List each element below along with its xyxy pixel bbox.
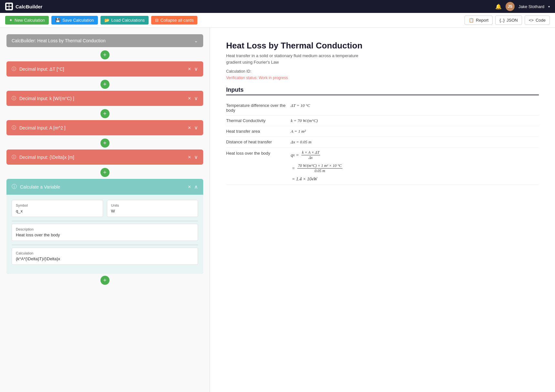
- collapse-icon: ⊟: [155, 18, 159, 23]
- fraction-2: 70 W/(m°C) × 1 m² × 10 °C 0.05 m: [297, 163, 342, 173]
- report-button[interactable]: 📋 Report: [465, 15, 493, 25]
- logo: CalcBuilder: [5, 3, 42, 10]
- app-name: CalcBuilder: [16, 4, 42, 9]
- json-button[interactable]: {..} JSON: [495, 15, 522, 25]
- calc-fields-row-1: Symbol q_x Units W: [12, 200, 198, 217]
- close-icon-2[interactable]: ×: [188, 125, 191, 131]
- table-row: Thermal Conductivity k = 70 W/(m°C): [226, 116, 539, 126]
- toolbar-left: ✦ New Calculation 💾 Save Calculation 📂 L…: [5, 16, 197, 25]
- chevron-up-icon-calc[interactable]: ∧: [194, 184, 198, 190]
- input-label-2: Heat transfer area: [226, 126, 291, 137]
- symbol-value: q_x: [16, 209, 99, 213]
- chevron-icon-2[interactable]: ∨: [194, 125, 198, 131]
- add-btn-container-1: +: [6, 78, 203, 91]
- add-btn-container-4: +: [6, 166, 203, 179]
- input-formula-4: qx = k × A × ΔT Δx = 70 W/(m°C): [291, 148, 539, 185]
- chevron-icon-3[interactable]: ∨: [194, 154, 198, 160]
- nav-right: 🔔 JS Jake Stothard ▾: [495, 2, 550, 11]
- symbol-field[interactable]: Symbol q_x: [12, 200, 103, 217]
- formula-line-2: = 70 W/(m°C) × 1 m² × 10 °C 0.05 m: [291, 163, 535, 173]
- info-icon-1[interactable]: ⓘ: [12, 96, 16, 101]
- input-card-3-right: × ∨: [188, 154, 198, 160]
- table-row: Distance of heat transfer Δx = 0.05 m: [226, 137, 539, 148]
- report-subtitle: Heat transfer in a solid or stationary f…: [226, 53, 539, 65]
- table-row: Heat transfer area A = 1 m²: [226, 126, 539, 137]
- title-card-chevron[interactable]: ⌄: [194, 38, 198, 43]
- table-row: Temperature difference over the body ΔT …: [226, 100, 539, 116]
- add-button-3[interactable]: +: [100, 139, 110, 148]
- input-card-2-text: Decimal Input: A [m^2 ]: [19, 125, 66, 130]
- info-icon-calc[interactable]: ⓘ: [12, 183, 17, 190]
- collapse-all-button[interactable]: ⊟ Collapse all cards: [151, 16, 198, 25]
- input-card-2: ⓘ Decimal Input: A [m^2 ] × ∨: [6, 120, 203, 135]
- add-button-0[interactable]: +: [100, 50, 110, 59]
- load-calculations-button[interactable]: 📂 Load Calculations: [100, 16, 149, 25]
- input-card-3-left: ⓘ Decimal Input: {\Delta}x [m]: [12, 154, 74, 160]
- input-formula-3: Δx = 0.05 m: [291, 137, 539, 148]
- input-card-2-right: × ∨: [188, 125, 198, 131]
- description-label: Description: [16, 227, 194, 231]
- input-card-0: ⓘ Decimal Input: ΔT [°C] × ∨: [6, 61, 203, 77]
- input-formula-1: k = 70 W/(m°C): [291, 116, 539, 126]
- user-menu-chevron[interactable]: ▾: [548, 5, 550, 8]
- table-row: Heat loss over the body qx = k × A × ΔT …: [226, 148, 539, 185]
- input-card-3-text: Decimal Input: {\Delta}x [m]: [19, 155, 74, 160]
- info-icon-2[interactable]: ⓘ: [12, 125, 16, 131]
- calculation-field[interactable]: Calculation (k*A*{\Delta}T)/{\Delta}x: [12, 248, 198, 265]
- inputs-section-title: Inputs: [226, 87, 539, 95]
- input-card-1-right: × ∨: [188, 95, 198, 101]
- load-icon: 📂: [104, 18, 110, 23]
- input-card-1: ⓘ Decimal Input: k [W/(m°C) ] × ∨: [6, 91, 203, 106]
- bell-icon: 🔔: [495, 4, 502, 9]
- add-button-2[interactable]: +: [100, 109, 110, 118]
- svg-rect-2: [6, 7, 9, 9]
- calculate-card: ⓘ Calculate a Variable × ∧ Symbol q_x Un…: [6, 179, 203, 274]
- add-btn-container-3: +: [6, 137, 203, 150]
- add-button-4[interactable]: +: [100, 168, 110, 177]
- code-button[interactable]: <> Code: [525, 15, 550, 25]
- svg-rect-3: [9, 7, 12, 9]
- input-card-3: ⓘ Decimal Input: {\Delta}x [m] × ∨: [6, 150, 203, 165]
- inputs-table: Temperature difference over the body ΔT …: [226, 100, 539, 185]
- add-btn-container-bottom: +: [6, 274, 203, 287]
- braces-icon: {..}: [499, 18, 505, 23]
- right-panel: Heat Loss by Thermal Conduction Heat tra…: [210, 28, 555, 392]
- info-icon-3[interactable]: ⓘ: [12, 154, 16, 160]
- heat-loss-formula: qx = k × A × ΔT Δx = 70 W/(m°C): [291, 150, 535, 182]
- calculation-value: (k*A*{\Delta}T)/{\Delta}x: [16, 256, 194, 261]
- chevron-icon-1[interactable]: ∨: [194, 95, 198, 101]
- add-button-1[interactable]: +: [100, 80, 110, 89]
- close-icon-calc[interactable]: ×: [188, 184, 191, 190]
- close-icon-1[interactable]: ×: [188, 96, 191, 101]
- units-value: W: [111, 209, 194, 213]
- toolbar-right: 📋 Report {..} JSON <> Code: [465, 15, 550, 25]
- username: Jake Stothard: [518, 4, 544, 9]
- input-label-0: Temperature difference over the body: [226, 100, 291, 116]
- input-label-4: Heat loss over the body: [226, 148, 291, 185]
- input-card-1-left: ⓘ Decimal Input: k [W/(m°C) ]: [12, 96, 74, 101]
- description-value: Heat loss over the body: [16, 232, 194, 237]
- code-icon: <>: [529, 18, 534, 23]
- calculation-label: Calculation: [16, 251, 194, 255]
- title-card: CalcBuilder: Heat Loss by Thermal Conduc…: [6, 34, 203, 47]
- units-label: Units: [111, 203, 194, 207]
- calc-divider-1: [12, 221, 198, 221]
- new-calc-icon: ✦: [9, 18, 13, 23]
- close-icon-0[interactable]: ×: [188, 66, 191, 72]
- add-btn-container-0: +: [6, 48, 203, 61]
- notification-button[interactable]: 🔔: [495, 4, 502, 10]
- add-button-bottom[interactable]: +: [100, 276, 110, 285]
- chevron-icon-0[interactable]: ∨: [194, 66, 198, 72]
- close-icon-3[interactable]: ×: [188, 154, 191, 160]
- units-field[interactable]: Units W: [107, 200, 198, 217]
- save-icon: 💾: [55, 18, 60, 23]
- input-card-0-left: ⓘ Decimal Input: ΔT [°C]: [12, 66, 64, 72]
- formula-line-1: qx = k × A × ΔT Δx: [291, 150, 535, 160]
- save-calculation-button[interactable]: 💾 Save Calculation: [51, 16, 98, 25]
- svg-rect-1: [9, 4, 12, 6]
- input-formula-0: ΔT = 10 °C: [291, 100, 539, 116]
- new-calculation-button[interactable]: ✦ New Calculation: [5, 16, 49, 25]
- left-panel: CalcBuilder: Heat Loss by Thermal Conduc…: [0, 28, 210, 392]
- info-icon-0[interactable]: ⓘ: [12, 66, 16, 72]
- description-field[interactable]: Description Heat loss over the body: [12, 224, 198, 241]
